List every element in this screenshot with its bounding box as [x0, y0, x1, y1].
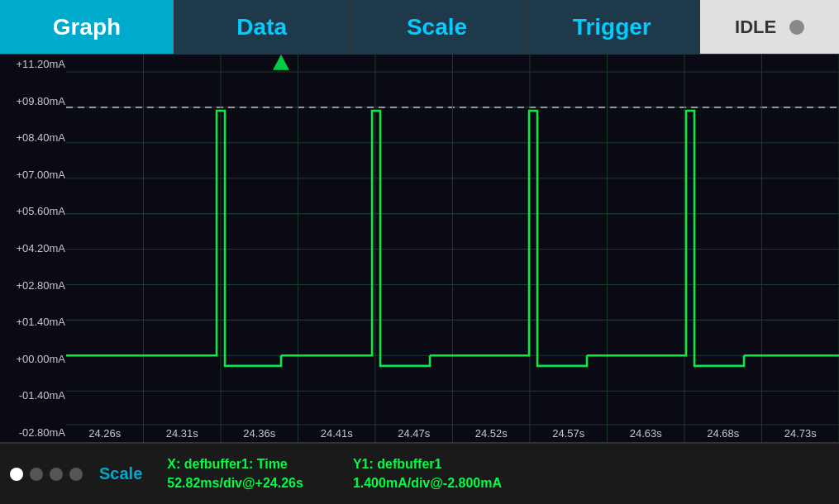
trigger-marker	[273, 55, 289, 70]
tab-scale[interactable]: Scale	[350, 0, 526, 54]
x-label-8: 24.68s	[684, 427, 762, 440]
y-label-3: +07.00mA	[3, 169, 65, 181]
y-title: Y1: defbuffer1	[353, 455, 502, 473]
x-label-9: 24.73s	[762, 427, 840, 440]
dot-3	[69, 468, 83, 481]
y-label-7: +01.40mA	[3, 316, 65, 328]
y-info-col: Y1: defbuffer1 1.400mA/div@-2.800mA	[353, 455, 502, 492]
x-label-2: 24.36s	[221, 427, 298, 440]
bottom-bar: Scale X: defbuffer1: Time 52.82ms/div@+2…	[0, 442, 839, 504]
tab-graph[interactable]: Graph	[0, 0, 175, 54]
y-value: 1.400mA/div@-2.800mA	[353, 474, 502, 492]
y-axis: +11.20mA +09.80mA +08.40mA +07.00mA +05.…	[0, 55, 66, 442]
y-label-9: -01.40mA	[3, 389, 65, 402]
graph-area: +11.20mA +09.80mA +08.40mA +07.00mA +05.…	[0, 54, 839, 442]
x-info-col: X: defbuffer1: Time 52.82ms/div@+24.26s	[167, 455, 303, 492]
x-label-5: 24.52s	[453, 427, 531, 440]
y-label-10: -02.80mA	[3, 426, 65, 439]
x-label-4: 24.47s	[375, 427, 453, 440]
tab-trigger[interactable]: Trigger	[525, 0, 700, 54]
y-label-1: +09.80mA	[3, 95, 65, 107]
x-label-1: 24.31s	[144, 427, 222, 440]
x-label-0: 24.26s	[66, 427, 144, 440]
header-tabs: Graph Data Scale Trigger IDLE	[0, 0, 839, 54]
y-label-5: +04.20mA	[3, 242, 65, 254]
x-title: X: defbuffer1: Time	[167, 455, 303, 473]
y-label-2: +08.40mA	[3, 131, 65, 144]
tab-data[interactable]: Data	[175, 0, 350, 54]
scale-button[interactable]: Scale	[99, 464, 142, 483]
dot-active	[10, 468, 23, 481]
y-label-8: +00.00mA	[3, 353, 65, 365]
x-label-3: 24.41s	[298, 427, 376, 440]
x-label-7: 24.63s	[608, 427, 685, 440]
y-label-6: +02.80mA	[3, 279, 65, 292]
x-axis: 24.26s 24.31s 24.36s 24.41s 24.47s 24.52…	[66, 424, 839, 442]
y-label-4: +05.60mA	[3, 205, 65, 217]
y-label-0: +11.20mA	[3, 58, 65, 70]
dot-2	[50, 468, 63, 481]
x-label-6: 24.57s	[530, 427, 608, 440]
waveform-svg	[66, 55, 839, 442]
dots-area	[10, 468, 83, 481]
tab-idle: IDLE	[700, 0, 839, 54]
plot-area	[66, 55, 839, 442]
idle-indicator	[789, 20, 804, 35]
x-value: 52.82ms/div@+24.26s	[167, 474, 303, 492]
dot-1	[30, 468, 43, 481]
